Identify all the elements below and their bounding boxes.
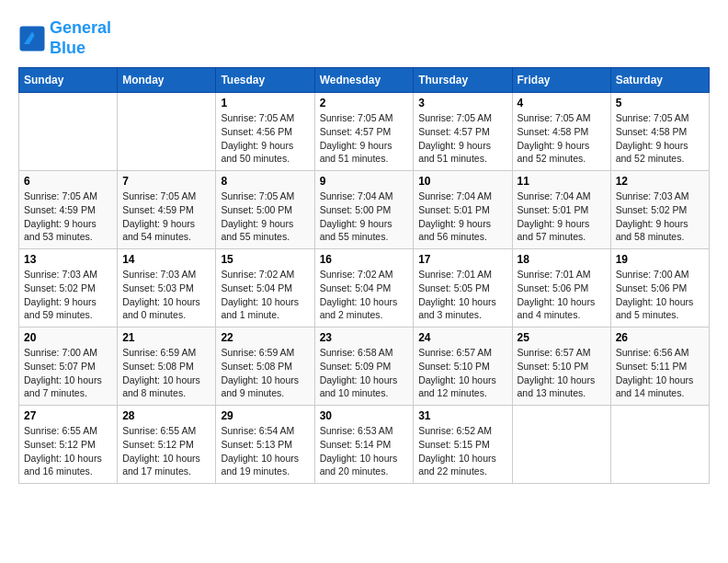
calendar-cell: 26Sunrise: 6:56 AM Sunset: 5:11 PM Dayli… [610, 327, 709, 406]
day-info: Sunrise: 6:52 AM Sunset: 5:15 PM Dayligh… [418, 424, 506, 478]
page-header: General Blue [18, 18, 710, 58]
day-number: 25 [518, 331, 606, 344]
day-number: 8 [221, 175, 309, 188]
calendar-cell: 30Sunrise: 6:53 AM Sunset: 5:14 PM Dayli… [314, 406, 414, 484]
calendar-cell: 1Sunrise: 7:05 AM Sunset: 4:56 PM Daylig… [216, 93, 314, 171]
day-info: Sunrise: 7:00 AM Sunset: 5:07 PM Dayligh… [24, 346, 112, 400]
day-info: Sunrise: 6:59 AM Sunset: 5:08 PM Dayligh… [122, 346, 210, 400]
day-info: Sunrise: 7:00 AM Sunset: 5:06 PM Dayligh… [616, 268, 704, 322]
day-info: Sunrise: 7:02 AM Sunset: 5:04 PM Dayligh… [320, 268, 409, 322]
logo: General Blue [18, 18, 111, 58]
day-number: 20 [24, 331, 112, 344]
day-header-thursday: Thursday [414, 68, 512, 93]
day-header-sunday: Sunday [19, 68, 118, 93]
day-number: 11 [518, 175, 606, 188]
calendar-cell: 22Sunrise: 6:59 AM Sunset: 5:08 PM Dayli… [216, 327, 314, 406]
day-number: 4 [518, 97, 606, 109]
day-info: Sunrise: 6:57 AM Sunset: 5:10 PM Dayligh… [418, 346, 506, 400]
day-info: Sunrise: 6:55 AM Sunset: 5:12 PM Dayligh… [24, 424, 112, 478]
day-info: Sunrise: 6:53 AM Sunset: 5:14 PM Dayligh… [320, 424, 409, 478]
calendar-cell: 15Sunrise: 7:02 AM Sunset: 5:04 PM Dayli… [216, 249, 314, 327]
day-number: 29 [221, 409, 309, 422]
day-number: 9 [320, 175, 409, 188]
day-number: 3 [418, 97, 506, 109]
calendar-cell: 14Sunrise: 7:03 AM Sunset: 5:03 PM Dayli… [118, 249, 216, 327]
day-header-monday: Monday [118, 68, 216, 93]
day-info: Sunrise: 7:05 AM Sunset: 4:57 PM Dayligh… [418, 111, 506, 166]
day-number: 28 [122, 409, 210, 422]
day-info: Sunrise: 6:55 AM Sunset: 5:12 PM Dayligh… [122, 424, 210, 478]
week-row-4: 20Sunrise: 7:00 AM Sunset: 5:07 PM Dayli… [19, 327, 710, 406]
calendar-cell: 23Sunrise: 6:58 AM Sunset: 5:09 PM Dayli… [314, 327, 414, 406]
day-number: 18 [518, 253, 606, 266]
calendar-cell [512, 406, 610, 484]
calendar-cell: 29Sunrise: 6:54 AM Sunset: 5:13 PM Dayli… [216, 406, 314, 484]
week-row-2: 6Sunrise: 7:05 AM Sunset: 4:59 PM Daylig… [19, 171, 710, 249]
day-info: Sunrise: 7:01 AM Sunset: 5:05 PM Dayligh… [418, 268, 506, 322]
day-info: Sunrise: 6:56 AM Sunset: 5:11 PM Dayligh… [616, 346, 704, 400]
day-number: 31 [418, 409, 506, 422]
calendar-cell: 21Sunrise: 6:59 AM Sunset: 5:08 PM Dayli… [118, 327, 216, 406]
day-number: 2 [320, 97, 409, 109]
day-number: 22 [221, 331, 309, 344]
day-number: 13 [24, 253, 112, 266]
day-number: 7 [122, 175, 210, 188]
calendar-cell: 3Sunrise: 7:05 AM Sunset: 4:57 PM Daylig… [414, 93, 512, 171]
calendar-cell: 17Sunrise: 7:01 AM Sunset: 5:05 PM Dayli… [414, 249, 512, 327]
day-number: 21 [122, 331, 210, 344]
day-header-wednesday: Wednesday [314, 68, 414, 93]
day-number: 5 [616, 97, 704, 109]
day-info: Sunrise: 7:05 AM Sunset: 4:56 PM Dayligh… [221, 111, 309, 166]
day-number: 27 [24, 409, 112, 422]
calendar-body: 1Sunrise: 7:05 AM Sunset: 4:56 PM Daylig… [19, 93, 710, 484]
calendar-cell: 27Sunrise: 6:55 AM Sunset: 5:12 PM Dayli… [19, 406, 118, 484]
day-number: 10 [418, 175, 506, 188]
calendar-cell: 28Sunrise: 6:55 AM Sunset: 5:12 PM Dayli… [118, 406, 216, 484]
week-row-3: 13Sunrise: 7:03 AM Sunset: 5:02 PM Dayli… [19, 249, 710, 327]
day-number: 16 [320, 253, 409, 266]
calendar-header-row: SundayMondayTuesdayWednesdayThursdayFrid… [19, 68, 710, 93]
calendar-cell: 31Sunrise: 6:52 AM Sunset: 5:15 PM Dayli… [414, 406, 512, 484]
day-info: Sunrise: 6:57 AM Sunset: 5:10 PM Dayligh… [518, 346, 606, 400]
calendar-cell: 12Sunrise: 7:03 AM Sunset: 5:02 PM Dayli… [610, 171, 709, 249]
day-info: Sunrise: 7:03 AM Sunset: 5:02 PM Dayligh… [24, 268, 112, 322]
day-number: 14 [122, 253, 210, 266]
day-info: Sunrise: 7:05 AM Sunset: 4:58 PM Dayligh… [616, 111, 704, 166]
day-info: Sunrise: 7:05 AM Sunset: 4:59 PM Dayligh… [24, 190, 112, 244]
day-number: 17 [418, 253, 506, 266]
day-number: 26 [616, 331, 704, 344]
calendar-cell: 16Sunrise: 7:02 AM Sunset: 5:04 PM Dayli… [314, 249, 414, 327]
day-info: Sunrise: 7:04 AM Sunset: 5:00 PM Dayligh… [320, 190, 409, 244]
calendar-cell: 10Sunrise: 7:04 AM Sunset: 5:01 PM Dayli… [414, 171, 512, 249]
day-info: Sunrise: 6:54 AM Sunset: 5:13 PM Dayligh… [221, 424, 309, 478]
day-number: 12 [616, 175, 704, 188]
day-info: Sunrise: 7:05 AM Sunset: 4:58 PM Dayligh… [518, 111, 606, 166]
calendar-cell: 4Sunrise: 7:05 AM Sunset: 4:58 PM Daylig… [512, 93, 610, 171]
day-info: Sunrise: 6:59 AM Sunset: 5:08 PM Dayligh… [221, 346, 309, 400]
calendar-cell: 6Sunrise: 7:05 AM Sunset: 4:59 PM Daylig… [19, 171, 118, 249]
calendar-cell: 2Sunrise: 7:05 AM Sunset: 4:57 PM Daylig… [314, 93, 414, 171]
day-info: Sunrise: 7:04 AM Sunset: 5:01 PM Dayligh… [418, 190, 506, 244]
calendar-cell: 18Sunrise: 7:01 AM Sunset: 5:06 PM Dayli… [512, 249, 610, 327]
day-number: 24 [418, 331, 506, 344]
calendar-cell: 25Sunrise: 6:57 AM Sunset: 5:10 PM Dayli… [512, 327, 610, 406]
calendar-cell: 24Sunrise: 6:57 AM Sunset: 5:10 PM Dayli… [414, 327, 512, 406]
calendar-cell: 11Sunrise: 7:04 AM Sunset: 5:01 PM Dayli… [512, 171, 610, 249]
calendar-cell: 13Sunrise: 7:03 AM Sunset: 5:02 PM Dayli… [19, 249, 118, 327]
day-info: Sunrise: 7:05 AM Sunset: 5:00 PM Dayligh… [221, 190, 309, 244]
day-info: Sunrise: 7:03 AM Sunset: 5:03 PM Dayligh… [122, 268, 210, 322]
day-header-saturday: Saturday [610, 68, 709, 93]
day-number: 1 [221, 97, 309, 109]
day-number: 19 [616, 253, 704, 266]
calendar: SundayMondayTuesdayWednesdayThursdayFrid… [18, 67, 710, 484]
calendar-cell: 19Sunrise: 7:00 AM Sunset: 5:06 PM Dayli… [610, 249, 709, 327]
day-number: 15 [221, 253, 309, 266]
calendar-cell [610, 406, 709, 484]
day-info: Sunrise: 7:01 AM Sunset: 5:06 PM Dayligh… [518, 268, 606, 322]
day-number: 23 [320, 331, 409, 344]
day-header-tuesday: Tuesday [216, 68, 314, 93]
day-number: 30 [320, 409, 409, 422]
calendar-cell: 20Sunrise: 7:00 AM Sunset: 5:07 PM Dayli… [19, 327, 118, 406]
day-info: Sunrise: 7:05 AM Sunset: 4:57 PM Dayligh… [320, 111, 409, 166]
day-info: Sunrise: 7:04 AM Sunset: 5:01 PM Dayligh… [518, 190, 606, 244]
